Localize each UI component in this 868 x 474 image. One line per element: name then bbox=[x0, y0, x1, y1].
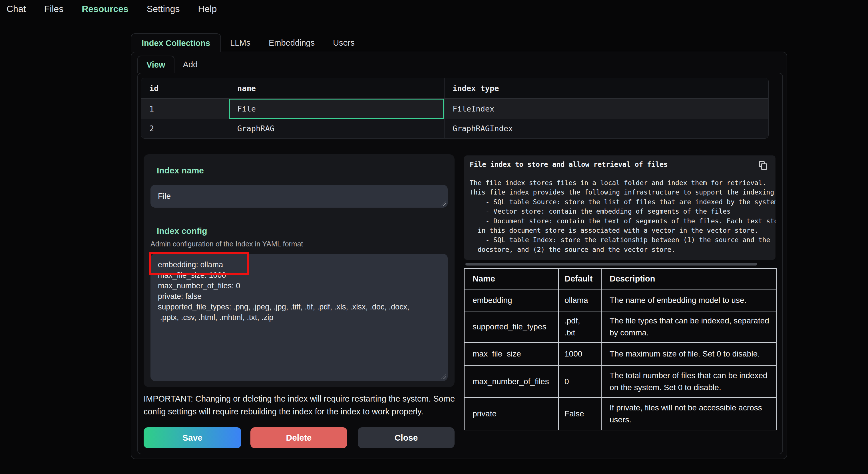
index-collections-table: id name index type 1 File FileIndex 2 Gr… bbox=[141, 78, 769, 139]
table-cell-row1-id[interactable]: 1 bbox=[141, 99, 229, 118]
param-default: .pdf, .txt bbox=[558, 311, 601, 342]
top-nav: Chat Files Resources Settings Help bbox=[0, 0, 868, 18]
close-button[interactable]: Close bbox=[358, 427, 455, 448]
param-description: The name of embedding model to use. bbox=[601, 289, 776, 311]
important-warning-text: IMPORTANT: Changing or deleting the inde… bbox=[144, 393, 458, 418]
delete-button[interactable]: Delete bbox=[250, 427, 347, 448]
copy-icon[interactable] bbox=[758, 161, 768, 171]
param-name: supported_file_types bbox=[464, 311, 558, 342]
save-button[interactable]: Save bbox=[144, 427, 241, 448]
param-default: False bbox=[558, 398, 601, 430]
annotation-box bbox=[149, 252, 249, 275]
column-header-name: name bbox=[229, 78, 444, 99]
table-cell-row2-name[interactable]: GraphRAG bbox=[229, 118, 444, 138]
index-name-value: File bbox=[158, 192, 171, 201]
index-config-hint: Admin configuration of the Index in YAML… bbox=[151, 240, 303, 248]
param-description: If private, files will not be accessible… bbox=[601, 398, 776, 430]
param-header-description: Description bbox=[601, 268, 776, 289]
table-row: supported_file_types .pdf, .txt The file… bbox=[464, 311, 776, 342]
tab-view[interactable]: View bbox=[137, 56, 175, 73]
tab-users[interactable]: Users bbox=[324, 33, 364, 52]
index-edit-form: Index name File Index config Admin confi… bbox=[144, 154, 455, 387]
main-tab-bar: Index Collections LLMs Embeddings Users bbox=[131, 33, 364, 52]
tab-add[interactable]: Add bbox=[175, 56, 207, 73]
sub-tab-bar: View Add bbox=[137, 56, 206, 73]
index-description-panel: File index to store and allow retrieval … bbox=[464, 156, 775, 260]
index-description-title: File index to store and allow retrieval … bbox=[470, 161, 668, 169]
table-row: private False If private, files will not… bbox=[464, 398, 776, 430]
table-row: max_number_of_files 0 The total number o… bbox=[464, 365, 776, 398]
index-config-value: embedding: ollama max_file_size: 1000 ma… bbox=[158, 260, 443, 378]
table-cell-row1-index-type[interactable]: FileIndex bbox=[444, 99, 769, 118]
tab-llms[interactable]: LLMs bbox=[221, 33, 259, 52]
nav-item-help[interactable]: Help bbox=[198, 4, 217, 14]
param-name: max_file_size bbox=[464, 342, 558, 365]
param-name: embedding bbox=[464, 289, 558, 311]
table-row: max_file_size 1000 The maximum size of f… bbox=[464, 342, 776, 365]
parameter-reference-table: Name Default Description embedding ollam… bbox=[464, 268, 777, 430]
copy-icon-front-square bbox=[761, 163, 767, 170]
column-header-index-type: index type bbox=[444, 78, 769, 99]
table-cell-row1-name-selected[interactable]: File bbox=[229, 99, 444, 118]
param-default: ollama bbox=[558, 289, 601, 311]
param-default: 1000 bbox=[558, 342, 601, 365]
index-name-input[interactable]: File bbox=[151, 185, 448, 208]
param-header-name: Name bbox=[464, 268, 558, 289]
nav-item-resources[interactable]: Resources bbox=[82, 4, 128, 14]
index-description-body: The file index stores files in a local f… bbox=[470, 178, 775, 258]
param-name: max_number_of_files bbox=[464, 365, 558, 398]
index-config-label: Index config bbox=[157, 226, 207, 236]
table-cell-row2-id[interactable]: 2 bbox=[141, 118, 229, 138]
column-header-id: id bbox=[141, 78, 229, 99]
index-name-label: Index name bbox=[157, 166, 204, 175]
param-description: The total number of files that can be in… bbox=[601, 365, 776, 398]
param-description: The file types that can be indexed, sepa… bbox=[601, 311, 776, 342]
tab-index-collections[interactable]: Index Collections bbox=[131, 33, 221, 52]
param-header-default: Default bbox=[558, 268, 601, 289]
nav-item-settings[interactable]: Settings bbox=[147, 4, 180, 14]
param-default: 0 bbox=[558, 365, 601, 398]
horizontal-scrollbar[interactable] bbox=[465, 263, 757, 266]
table-cell-row2-index-type[interactable]: GraphRAGIndex bbox=[444, 118, 769, 138]
param-description: The maximum size of file. Set 0 to disab… bbox=[601, 342, 776, 365]
nav-item-files[interactable]: Files bbox=[44, 4, 64, 14]
tab-embeddings[interactable]: Embeddings bbox=[259, 33, 324, 52]
param-name: private bbox=[464, 398, 558, 430]
table-row: embedding ollama The name of embedding m… bbox=[464, 289, 776, 311]
nav-item-chat[interactable]: Chat bbox=[6, 4, 26, 14]
resize-handle-icon[interactable] bbox=[441, 201, 446, 206]
